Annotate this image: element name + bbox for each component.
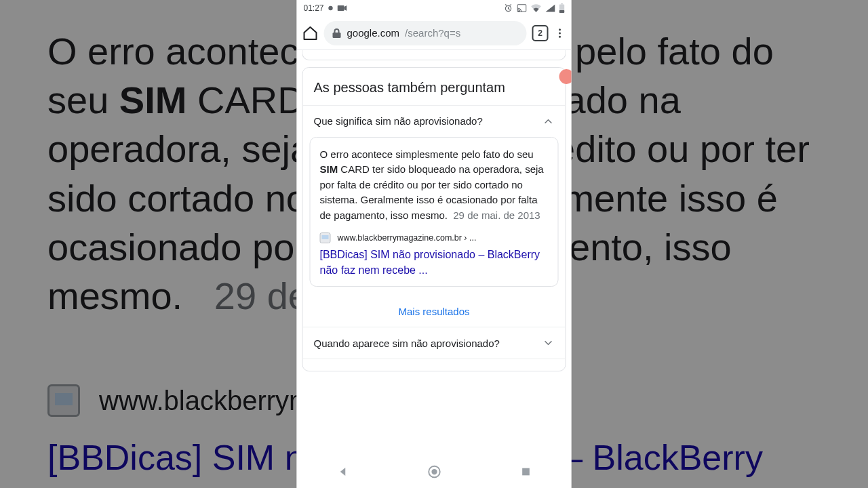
nav-home-button[interactable] (414, 461, 454, 483)
svg-rect-14 (522, 468, 530, 476)
paa-answer-pre: O erro acontece simplesmente pelo fato d… (320, 148, 534, 160)
paa-question-2[interactable]: Quando aparece sim não aprovisionado? (303, 327, 566, 359)
paa-question-2-text: Quando aparece sim não aprovisionado? (314, 338, 500, 349)
browser-toolbar: google.com/search?q=s 2 (297, 16, 572, 50)
chevron-down-icon (542, 337, 555, 349)
nav-recents-button[interactable] (505, 461, 546, 483)
svg-rect-7 (559, 10, 565, 13)
tab-count: 2 (538, 28, 542, 38)
dot-icon (328, 5, 334, 11)
svg-rect-5 (561, 3, 563, 5)
paa-answer-source-host: www.blackberrymagazine.com.br › ... (338, 233, 477, 243)
wifi-icon (531, 4, 542, 12)
android-nav-bar (297, 455, 572, 488)
svg-point-4 (517, 11, 519, 12)
paa-answer-body: O erro acontece simplesmente pelo fato d… (320, 147, 549, 224)
svg-point-0 (328, 6, 332, 10)
phone-frame: 01:27 google.com/search?q=s 2 tenha sido… (297, 0, 572, 488)
alarm-icon (504, 3, 513, 13)
chevron-up-icon (542, 115, 555, 127)
paa-answer-source[interactable]: www.blackberrymagazine.com.br › ... (320, 232, 549, 243)
paa-card: As pessoas também perguntam Que signific… (302, 67, 566, 371)
svg-point-10 (559, 32, 561, 34)
camera-icon (338, 5, 347, 12)
status-time: 01:27 (304, 3, 324, 13)
paa-question-1[interactable]: Que significa sim não aprovisionado? (303, 106, 566, 137)
paa-answer-date: 29 de mai. de 2013 (453, 209, 540, 221)
recording-dot-icon (559, 69, 572, 84)
url-path: /search?q=s (405, 27, 460, 39)
url-bar[interactable]: google.com/search?q=s (324, 21, 527, 45)
svg-rect-1 (338, 5, 344, 11)
paa-answer-bold: SIM (320, 163, 338, 175)
svg-point-9 (559, 28, 561, 30)
more-results-link[interactable]: Mais resultados (303, 295, 566, 327)
paa-question-1-text: Que significa sim não aprovisionado? (314, 115, 483, 127)
favicon-icon (320, 232, 331, 243)
battery-icon (559, 3, 565, 13)
previous-result-card[interactable]: tenha sido realizado de forma correta. (302, 50, 566, 60)
status-bar: 01:27 (297, 0, 572, 16)
paa-answer-card: O erro acontece simplesmente pelo fato d… (310, 137, 559, 287)
paa-header: As pessoas também perguntam (303, 68, 566, 105)
nav-back-button[interactable] (322, 461, 363, 483)
signal-icon (546, 4, 555, 12)
favicon-icon (47, 384, 80, 417)
svg-point-13 (431, 469, 437, 474)
page-content[interactable]: tenha sido realizado de forma correta. A… (297, 50, 572, 455)
paa-answer-title-link[interactable]: [BBDicas] SIM não provisionado – BlackBe… (320, 247, 549, 278)
backdrop-bold: SIM (119, 79, 187, 121)
lock-icon (332, 28, 342, 39)
more-icon[interactable] (554, 27, 566, 39)
tab-switcher[interactable]: 2 (532, 25, 549, 41)
paa-question-3-peek[interactable]: . (303, 359, 566, 371)
url-host: google.com (347, 27, 400, 39)
svg-point-11 (559, 35, 561, 37)
svg-rect-8 (333, 33, 341, 38)
cast-icon (517, 4, 527, 12)
home-icon[interactable] (302, 25, 319, 41)
